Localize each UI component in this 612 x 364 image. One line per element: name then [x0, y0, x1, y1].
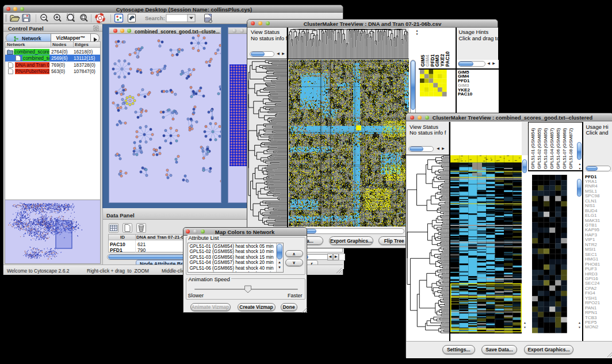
svg-text:Search:: Search: — [145, 15, 165, 21]
